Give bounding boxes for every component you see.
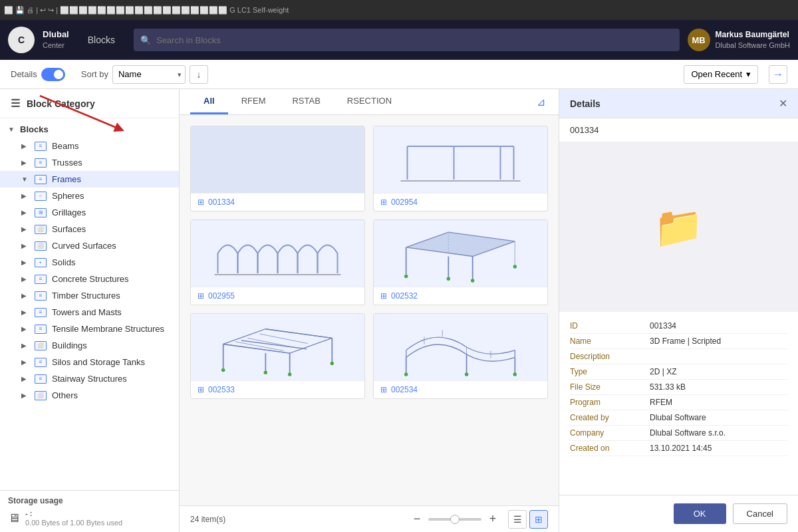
dropdown-icon: ▾ <box>746 69 751 79</box>
header: C Dlubal Center Blocks 🔍 MB Markus Baumg… <box>0 20 798 60</box>
block-card-002534[interactable]: ⊞ 002534 <box>373 313 548 399</box>
block-icon: ⊞ <box>198 291 204 301</box>
sidebar-item-stairway-structures[interactable]: ▶ ≡ Stairway Structures <box>0 370 179 387</box>
sidebar-item-towers-masts[interactable]: ▶ ≡ Towers and Masts <box>0 304 179 321</box>
sidebar-item-label: Beams <box>52 141 78 151</box>
blocks-nav-button[interactable]: Blocks <box>77 32 126 48</box>
block-card-id: 002955 <box>208 291 235 301</box>
sidebar-item-grillages[interactable]: ▶ ⊞ Grillages <box>0 204 179 221</box>
expand-icon: ▶ <box>21 358 29 366</box>
toolbar-icons: ⬜ 💾 🖨 | ↩ ↪ | ⬜⬜⬜⬜⬜⬜⬜⬜⬜⬜⬜⬜⬜⬜⬜⬜⬜⬜ G LC1 S… <box>4 6 289 15</box>
storage-bytes: 0.00 Bytes of 1.00 Bytes used <box>25 519 122 527</box>
app-name: Dlubal Center <box>43 29 69 50</box>
block-icon: ⊞ <box>380 385 387 394</box>
tab-rstab[interactable]: RSTAB <box>279 89 333 114</box>
sidebar-header-title: Block Category <box>27 98 95 109</box>
prop-value: RFEM <box>650 398 787 407</box>
expand-icon: ▶ <box>21 275 29 283</box>
open-recent-button[interactable]: Open Recent ▾ <box>684 65 758 84</box>
zoom-slider-thumb <box>450 515 460 524</box>
storage-text: - : 0.00 Bytes of 1.00 Bytes used <box>25 509 122 527</box>
sidebar-item-others[interactable]: ▶ ⬜ Others <box>0 387 179 404</box>
sidebar-item-buildings[interactable]: ▶ ⬜ Buildings <box>0 337 179 354</box>
block-card-id: 002534 <box>391 385 418 394</box>
zoom-out-button[interactable]: − <box>410 512 424 527</box>
block-card-002954[interactable]: ⊞ 002954 <box>373 126 548 211</box>
tab-rsection[interactable]: RSECTION <box>334 89 405 114</box>
block-card-002955[interactable]: ⊞ 002955 <box>190 219 365 305</box>
prop-row-type: Type 2D | XZ <box>570 364 787 380</box>
sidebar-item-tensile-membrane[interactable]: ▶ ≡ Tensile Membrane Structures <box>0 321 179 337</box>
sidebar-item-label: Solids <box>52 257 75 267</box>
details-toggle[interactable]: Details <box>11 68 65 81</box>
search-bar[interactable]: 🔍 <box>134 29 680 51</box>
sidebar-item-silos-storage[interactable]: ▶ ≡ Silos and Storage Tanks <box>0 354 179 370</box>
zoom-control: − + <box>410 512 500 527</box>
timber-icon: ≡ <box>35 291 47 301</box>
prop-row-description: Description <box>570 349 787 364</box>
bottom-bar: 24 item(s) − + ☰ ⊞ <box>180 505 559 532</box>
storage-item: 🖥 - : 0.00 Bytes of 1.00 Bytes used <box>8 509 171 527</box>
block-card-002532[interactable]: ⊞ 002532 <box>373 219 548 305</box>
block-card-footer: ⊞ 002533 <box>191 380 364 398</box>
details-title: Details <box>570 98 600 109</box>
list-view-button[interactable]: ☰ <box>508 510 527 529</box>
ok-button[interactable]: OK <box>674 503 726 524</box>
navigate-forward-button[interactable]: → <box>769 65 787 84</box>
svg-line-27 <box>265 329 332 338</box>
canopy-svg <box>374 220 547 287</box>
zoom-slider[interactable] <box>428 518 481 521</box>
expand-icon: ▶ <box>21 225 29 233</box>
tab-rfem[interactable]: RFEM <box>228 89 279 114</box>
toolbar: ⬜ 💾 🖨 | ↩ ↪ | ⬜⬜⬜⬜⬜⬜⬜⬜⬜⬜⬜⬜⬜⬜⬜⬜⬜⬜ G LC1 S… <box>0 0 798 20</box>
subheader: Details Sort by Name Date Size Type ↓ Op… <box>0 60 798 89</box>
block-card-thumbnail <box>191 126 364 193</box>
buildings-icon: ⬜ <box>35 341 47 350</box>
zoom-in-button[interactable]: + <box>485 512 500 527</box>
block-card-001334[interactable]: ⊞ 001334 <box>190 126 365 211</box>
prop-row-name: Name 3D Frame | Scripted <box>570 334 787 349</box>
sidebar-item-timber-structures[interactable]: ▶ ≡ Timber Structures <box>0 287 179 304</box>
cancel-button[interactable]: Cancel <box>733 503 787 524</box>
details-switch[interactable] <box>41 68 65 81</box>
sidebar-item-curved-surfaces[interactable]: ▶ ⬜ Curved Surfaces <box>0 237 179 254</box>
sidebar-item-trusses[interactable]: ▶ ≡ Trusses <box>0 154 179 171</box>
sort-select-wrapper[interactable]: Name Date Size Type <box>112 65 186 84</box>
svg-point-46 <box>465 372 468 376</box>
expand-icon: ▶ <box>21 259 29 266</box>
sidebar-footer: Storage usage 🖥 - : 0.00 Bytes of 1.00 B… <box>0 490 179 532</box>
details-label: Details <box>11 69 37 79</box>
folder-icon: 📁 <box>654 203 704 251</box>
prop-label: Name <box>570 336 650 346</box>
prop-label: Created on <box>570 444 650 453</box>
svg-point-32 <box>221 368 225 372</box>
sidebar-item-surfaces[interactable]: ▶ ⬜ Surfaces <box>0 221 179 237</box>
sidebar-item-spheres[interactable]: ▶ ○ Spheres <box>0 188 179 204</box>
sidebar-item-label: Concrete Structures <box>52 274 129 284</box>
multi-frame-svg <box>191 220 364 287</box>
search-input[interactable] <box>156 35 673 45</box>
svg-point-35 <box>331 362 334 365</box>
sidebar-item-concrete-structures[interactable]: ▶ ≡ Concrete Structures <box>0 271 179 287</box>
prop-value: Dlubal Software <box>650 413 787 422</box>
user-details: Markus Baumgärtel Dlubal Software GmbH <box>716 30 791 50</box>
sidebar-item-label: Timber Structures <box>52 291 120 301</box>
sidebar-item-beams[interactable]: ▶ ≡ Beams <box>0 138 179 154</box>
silos-icon: ≡ <box>35 358 47 367</box>
block-card-002533[interactable]: ⊞ 002533 <box>190 313 365 399</box>
stairway-icon: ≡ <box>35 374 47 384</box>
storage-icon: 🖥 <box>8 511 20 525</box>
tab-all[interactable]: All <box>190 89 228 114</box>
surfaces-icon: ⬜ <box>35 225 47 234</box>
beams-icon: ≡ <box>35 142 47 151</box>
details-close-button[interactable]: ✕ <box>779 97 787 110</box>
sort-direction-button[interactable]: ↓ <box>190 65 208 84</box>
filter-icon[interactable]: ⊿ <box>534 93 548 111</box>
block-card-id: 002954 <box>391 198 418 207</box>
grid-view-button[interactable]: ⊞ <box>529 510 548 529</box>
sort-select[interactable]: Name Date Size Type <box>112 65 186 84</box>
prop-label: Description <box>570 352 650 361</box>
sidebar-item-frames[interactable]: ▼ ≡ Frames <box>0 171 179 188</box>
tree-section-header-blocks[interactable]: ▼ Blocks <box>0 121 179 138</box>
sidebar-item-solids[interactable]: ▶ ▪ Solids <box>0 254 179 271</box>
